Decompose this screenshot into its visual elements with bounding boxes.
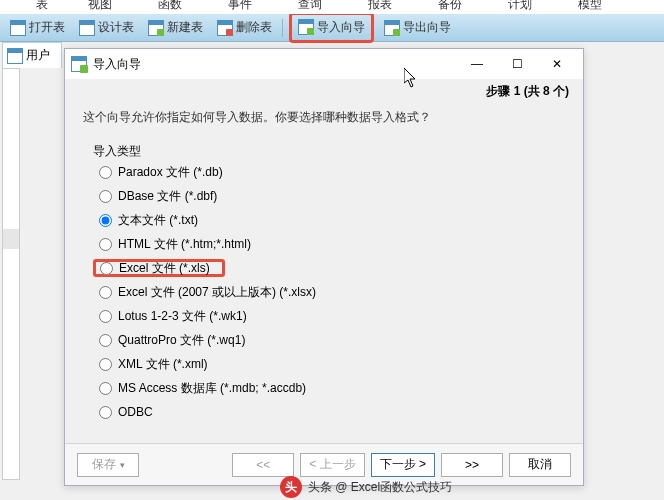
import-type-radio-group: Paradox 文件 (*.db) DBase 文件 (*.dbf) 文本文件 …: [97, 163, 563, 421]
import-wizard-highlight: 导入向导: [289, 12, 374, 43]
new-table-button[interactable]: 新建表: [144, 17, 207, 39]
radio-excel-xls[interactable]: Excel 文件 (*.xls): [93, 259, 225, 277]
radio-label: QuattroPro 文件 (*.wq1): [118, 332, 245, 349]
menu-item[interactable]: 表: [36, 0, 48, 13]
radio-quattropro[interactable]: QuattroPro 文件 (*.wq1): [97, 331, 563, 349]
left-tab-label: 用户: [26, 47, 50, 64]
menu-item[interactable]: 查询: [298, 0, 322, 13]
menu-item[interactable]: 计划: [508, 0, 532, 13]
prev-button[interactable]: < 上一步: [300, 453, 364, 477]
left-panel: [2, 68, 20, 480]
radio-input[interactable]: [99, 334, 112, 347]
radio-xml[interactable]: XML 文件 (*.xml): [97, 355, 563, 373]
minimize-button[interactable]: —: [457, 50, 497, 78]
design-table-label: 设计表: [98, 19, 134, 36]
radio-text[interactable]: 文本文件 (*.txt): [97, 211, 563, 229]
radio-input[interactable]: [99, 382, 112, 395]
radio-label: Excel 文件 (2007 或以上版本) (*.xlsx): [118, 284, 316, 301]
radio-input[interactable]: [99, 286, 112, 299]
radio-label: HTML 文件 (*.htm;*.html): [118, 236, 251, 253]
import-icon: [298, 19, 314, 35]
new-table-label: 新建表: [167, 19, 203, 36]
dialog-title: 导入向导: [93, 56, 457, 73]
table-icon: [7, 48, 23, 64]
radio-html[interactable]: HTML 文件 (*.htm;*.html): [97, 235, 563, 253]
menu-item[interactable]: 视图: [88, 0, 112, 13]
radio-input[interactable]: [100, 262, 113, 275]
next-button[interactable]: 下一步 >: [371, 453, 435, 477]
radio-input[interactable]: [99, 406, 112, 419]
left-tab-user[interactable]: 用户: [2, 42, 62, 68]
radio-label: MS Access 数据库 (*.mdb; *.accdb): [118, 380, 306, 397]
radio-label: DBase 文件 (*.dbf): [118, 188, 217, 205]
radio-dbase[interactable]: DBase 文件 (*.dbf): [97, 187, 563, 205]
menu-item[interactable]: 模型: [578, 0, 602, 13]
dialog-titlebar[interactable]: 导入向导 — ☐ ✕: [65, 49, 583, 79]
export-wizard-button[interactable]: 导出向导: [380, 17, 455, 39]
left-panel-stripe: [3, 229, 19, 249]
open-table-button[interactable]: 打开表: [6, 17, 69, 39]
import-wizard-button[interactable]: 导入向导: [294, 16, 369, 38]
radio-label: ODBC: [118, 405, 153, 419]
close-button[interactable]: ✕: [537, 50, 577, 78]
table-delete-icon: [217, 20, 233, 36]
design-table-button[interactable]: 设计表: [75, 17, 138, 39]
radio-label: Excel 文件 (*.xls): [119, 260, 210, 277]
watermark: 头 头条 @ Excel函数公式技巧: [280, 476, 664, 498]
import-wizard-label: 导入向导: [317, 19, 365, 36]
toolbar: 打开表 设计表 新建表 删除表 导入向导 导出向导: [0, 14, 664, 42]
import-wizard-icon: [71, 56, 87, 72]
radio-input[interactable]: [99, 310, 112, 323]
menubar: 表 视图 函数 事件 查询 报表 备份 计划 模型: [0, 0, 664, 14]
window-buttons: — ☐ ✕: [457, 50, 577, 78]
watermark-text: 头条 @ Excel函数公式技巧: [308, 479, 452, 496]
radio-label: XML 文件 (*.xml): [118, 356, 208, 373]
delete-table-label: 删除表: [236, 19, 272, 36]
table-icon: [10, 20, 26, 36]
import-wizard-dialog: 导入向导 — ☐ ✕ 步骤 1 (共 8 个) 这个向导允许你指定如何导入数据。…: [64, 48, 584, 486]
toolbar-separator: [282, 19, 283, 37]
radio-input[interactable]: [99, 166, 112, 179]
radio-odbc[interactable]: ODBC: [97, 403, 563, 421]
radio-label: Lotus 1-2-3 文件 (*.wk1): [118, 308, 247, 325]
menu-item[interactable]: 备份: [438, 0, 462, 13]
radio-input[interactable]: [99, 214, 112, 227]
radio-excel-xlsx[interactable]: Excel 文件 (2007 或以上版本) (*.xlsx): [97, 283, 563, 301]
delete-table-button[interactable]: 删除表: [213, 17, 276, 39]
maximize-button[interactable]: ☐: [497, 50, 537, 78]
radio-input[interactable]: [99, 190, 112, 203]
radio-input[interactable]: [99, 358, 112, 371]
export-icon: [384, 20, 400, 36]
menu-item[interactable]: 函数: [158, 0, 182, 13]
radio-paradox[interactable]: Paradox 文件 (*.db): [97, 163, 563, 181]
step-indicator: 步骤 1 (共 8 个): [486, 83, 569, 100]
cancel-button[interactable]: 取消: [509, 453, 571, 477]
import-type-label: 导入类型: [93, 143, 141, 160]
radio-lotus[interactable]: Lotus 1-2-3 文件 (*.wk1): [97, 307, 563, 325]
first-button[interactable]: <<: [232, 453, 294, 477]
menu-item[interactable]: 报表: [368, 0, 392, 13]
table-icon: [79, 20, 95, 36]
table-new-icon: [148, 20, 164, 36]
radio-input[interactable]: [99, 238, 112, 251]
radio-label: 文本文件 (*.txt): [118, 212, 198, 229]
open-table-label: 打开表: [29, 19, 65, 36]
save-button[interactable]: 保存: [77, 453, 139, 477]
toutiao-logo-icon: 头: [280, 476, 302, 498]
radio-access[interactable]: MS Access 数据库 (*.mdb; *.accdb): [97, 379, 563, 397]
wizard-prompt: 这个向导允许你指定如何导入数据。你要选择哪种数据导入格式？: [83, 109, 431, 126]
radio-label: Paradox 文件 (*.db): [118, 164, 223, 181]
menu-item[interactable]: 事件: [228, 0, 252, 13]
export-wizard-label: 导出向导: [403, 19, 451, 36]
last-button[interactable]: >>: [441, 453, 503, 477]
